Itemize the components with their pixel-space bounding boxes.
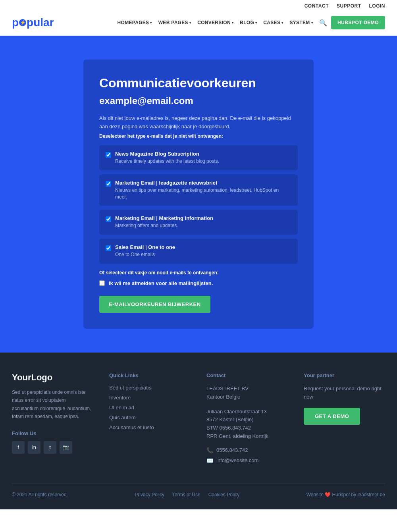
main-nav: HOMEPAGES ▾ WEB PAGES ▾ CONVERSION ▾ BLO… [115,16,385,29]
subscription-checkbox-2[interactable] [106,181,111,187]
nav-webpages[interactable]: WEB PAGES ▾ [156,18,193,27]
nav-cases[interactable]: CASES ▾ [261,18,285,27]
hero-section: Communicatievoorkeuren example@email.com… [0,36,397,353]
heart-icon: ❤️ [325,492,331,497]
contact-title: Contact [206,372,288,378]
sub-desc-2: Nieuws en tips over marketing, marketing… [115,187,291,200]
subscription-checkbox-3[interactable] [106,216,111,222]
subscription-item-2: Marketing Email | leadgazette nieuwsbrie… [99,174,298,206]
sub-desc-4: One to One emails [115,251,175,258]
contact-link[interactable]: CONTACT [304,3,329,9]
partner-title: Your partner [304,372,385,378]
footer-logo: YourLogo [12,372,93,383]
privacy-policy-link[interactable]: Privacy Policy [135,492,164,497]
footer-bottom: © 2021 All rights reserved. Privacy Poli… [12,484,385,497]
card-instruction: Deselecteer het type e-mails dat je niet… [99,133,298,139]
sub-desc-3: Marketing offers and updates. [115,222,213,229]
chevron-down-icon: ▾ [189,21,191,25]
nav-homepages[interactable]: HOMEPAGES ▾ [115,18,154,27]
copyright-text: © 2021 All rights reserved. [12,492,68,497]
support-link[interactable]: SUPPORT [337,3,361,9]
header: p⚡pular HOMEPAGES ▾ WEB PAGES ▾ CONVERSI… [0,12,397,36]
unsubscribe-checkbox[interactable] [99,280,105,286]
quick-link-2[interactable]: Inventore [109,395,191,401]
footer-col-brand: YourLogo Sed ut perspiciatis unde omnis … [12,372,93,468]
footer-col-contact: Contact LEADSTREET BVKantoor Belgie Juli… [206,372,288,468]
facebook-icon[interactable]: f [12,441,25,454]
social-icons: f in t 📷 [12,441,93,454]
hubspot-demo-button[interactable]: HUBSPOT DEMO [331,16,385,29]
logo[interactable]: p⚡pular [12,16,54,29]
preference-card: Communicatievoorkeuren example@email.com… [83,60,314,329]
nav-blog[interactable]: BLOG ▾ [237,18,259,27]
footer-col-links: Quick Links Sed ut perspiciatis Inventor… [109,372,191,468]
contact-email: ✉️ info@website.com [206,457,288,464]
chevron-down-icon: ▾ [311,21,313,25]
quick-link-1[interactable]: Sed ut perspiciatis [109,385,191,391]
unsubscribe-label: Ik wil me afmelden voor alle mailinglijs… [109,280,213,286]
sub-desc-1: Receive timely updates with the latest b… [115,158,219,165]
get-demo-button[interactable]: GET A DEMO [304,408,360,425]
chevron-down-icon: ▾ [255,21,257,25]
twitter-icon[interactable]: t [44,441,56,454]
or-select-text: Of selecteer dit vakje om nooit e-mails … [99,270,298,276]
footer: YourLogo Sed ut perspiciatis unde omnis … [0,353,397,509]
contact-phone: 📞 0556.843.742 [206,447,288,453]
update-preferences-button[interactable]: E-MAILVOORKEUREN BIJWERKEN [99,296,210,313]
terms-link[interactable]: Terms of Use [172,492,200,497]
subscription-item-4: Sales Email | One to one One to One emai… [99,239,298,264]
email-icon: ✉️ [206,457,213,464]
nav-conversion[interactable]: CONVERSION ▾ [195,18,236,27]
nav-system[interactable]: SYSTEM ▾ [287,18,315,27]
quick-link-4[interactable]: Quis autem [109,414,191,420]
partner-description: Request your personal demo right now [304,385,385,401]
subscription-item-1: News Magazine Blog Subscription Receive … [99,145,298,170]
chevron-down-icon: ▾ [281,21,283,25]
card-email: example@email.com [99,95,298,106]
card-description: Als dit niet jouw e-mailadres is, negeer… [99,114,298,131]
phone-icon: 📞 [206,447,213,453]
logo-rest: pular [27,16,54,29]
quick-link-5[interactable]: Accusamus et iusto [109,424,191,430]
card-title: Communicatievoorkeuren [99,75,298,91]
login-link[interactable]: LOGIN [369,3,385,9]
chevron-down-icon: ▾ [232,21,233,25]
footer-description: Sed ut perspiciatis unde omnis iste natu… [12,388,93,421]
subscription-checkbox-4[interactable] [106,245,111,251]
top-bar: CONTACT SUPPORT LOGIN [0,0,397,12]
logo-text: p [12,16,19,29]
footer-credit: Website ❤️ Hubspot by leadstreet.be [306,492,385,497]
unsubscribe-row: Ik wil me afmelden voor alle mailinglijs… [99,280,298,286]
quick-links-title: Quick Links [109,372,191,378]
instagram-icon[interactable]: 📷 [60,441,72,454]
footer-bottom-links: Privacy Policy Terms of Use Cookies Poli… [135,492,239,497]
linkedin-icon[interactable]: in [28,441,40,454]
sub-title-3: Marketing Email | Marketing Information [115,215,213,221]
sub-title-4: Sales Email | One to one [115,244,175,250]
follow-us-title: Follow Us [12,430,93,436]
cookies-link[interactable]: Cookies Policy [208,492,240,497]
footer-top: YourLogo Sed ut perspiciatis unde omnis … [12,372,385,484]
sub-title-1: News Magazine Blog Subscription [115,151,219,157]
contact-company: LEADSTREET BVKantoor Belgie [206,385,288,401]
footer-col-partner: Your partner Request your personal demo … [304,372,385,468]
subscription-item-3: Marketing Email | Marketing Information … [99,210,298,235]
lightning-icon: ⚡ [19,19,26,26]
chevron-down-icon: ▾ [150,21,152,25]
quick-link-3[interactable]: Ut enim ad [109,405,191,411]
search-button[interactable]: 🔍 [317,17,330,28]
sub-title-2: Marketing Email | leadgazette nieuwsbrie… [115,180,291,186]
subscription-checkbox-1[interactable] [106,152,111,158]
contact-address: Juliaan Claerhoutstraat 13 8572 Kaster (… [206,408,288,441]
